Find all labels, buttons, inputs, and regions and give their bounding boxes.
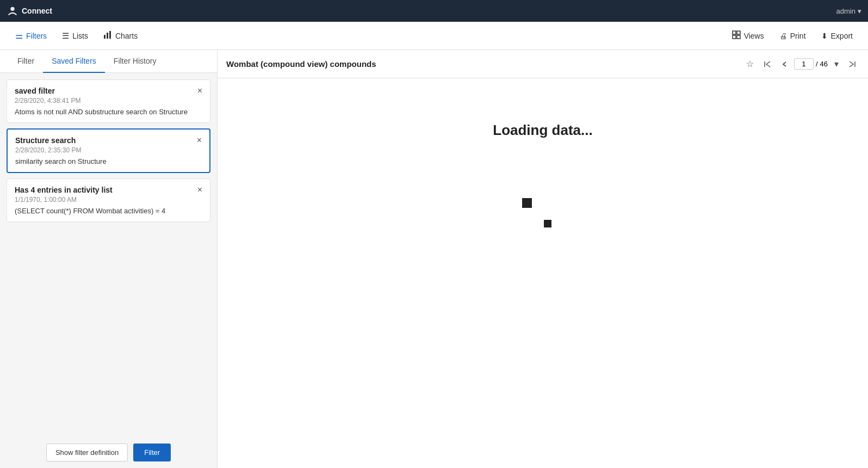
last-page-button[interactable] [845,58,859,70]
total-pages: 46 [820,60,828,68]
lists-icon: ☰ [62,31,69,41]
filter-card-2[interactable]: Structure search 2/28/2020, 2:35:30 PM s… [7,128,210,173]
filter-card-1-close[interactable]: × [195,85,204,96]
left-panel: Filter Saved Filters Filter History save… [0,50,218,468]
right-panel: Wombat (compound view) compounds ☆ / [218,50,868,468]
svg-rect-4 [733,31,736,34]
right-header-controls: ☆ / 46 ▾ [743,57,859,71]
print-button[interactable]: 🖨 Print [773,28,813,44]
show-filter-definition-button[interactable]: Show filter definition [46,444,128,461]
filter-card-1-date: 2/28/2020, 4:38:41 PM [15,97,202,104]
filter-card-3-close[interactable]: × [195,184,204,195]
loading-text: Loading data... [493,122,592,139]
views-icon [732,30,741,41]
filter-card-1[interactable]: saved filter 2/28/2020, 4:38:41 PM Atoms… [7,79,210,123]
tab-filter-history[interactable]: Filter History [105,50,165,73]
charts-button[interactable]: Charts [97,27,144,44]
right-header: Wombat (compound view) compounds ☆ / [218,50,868,78]
filter-cards-list: saved filter 2/28/2020, 4:38:41 PM Atoms… [0,73,217,437]
star-button[interactable]: ☆ [743,57,757,71]
first-page-button[interactable] [760,58,774,70]
views-label: Views [744,32,764,40]
user-menu[interactable]: admin ▾ [836,7,861,15]
loading-indicator-1 [522,198,532,208]
user-chevron-icon: ▾ [858,7,861,15]
filter-card-3-date: 1/1/1970, 1:00:00 AM [15,196,202,204]
username: admin [836,7,855,15]
print-icon: 🖨 [779,32,787,40]
filter-card-3-title: Has 4 entries in activity list [15,186,202,194]
filter-card-3-desc: (SELECT count(*) FROM Wombat activities)… [15,207,202,215]
svg-rect-2 [107,33,108,39]
svg-rect-7 [737,35,740,39]
page-separator: / [816,60,818,68]
main-toolbar: ⚌ Filters ☰ Lists Charts Views 🖨 Print ⬇… [0,22,868,50]
filter-actions: Show filter definition Filter [0,437,217,468]
print-label: Print [790,32,806,40]
topbar: Connect admin ▾ [0,0,868,22]
app-name: Connect [22,7,52,15]
charts-label: Charts [115,32,138,40]
views-button[interactable]: Views [726,27,771,44]
next-page-dropdown-button[interactable]: ▾ [831,57,842,71]
filters-button[interactable]: ⚌ Filters [9,27,53,44]
lists-button[interactable]: ☰ Lists [55,28,95,44]
export-icon: ⬇ [821,32,828,40]
svg-rect-5 [737,31,740,34]
filter-card-1-desc: Atoms is not null AND substructure searc… [15,108,202,116]
right-panel-title: Wombat (compound view) compounds [226,59,739,69]
prev-page-button[interactable] [778,59,791,70]
filter-card-3[interactable]: Has 4 entries in activity list 1/1/1970,… [7,178,210,222]
filter-button[interactable]: Filter [133,444,171,461]
charts-icon [103,30,112,41]
app-logo: Connect [7,5,52,17]
export-label: Export [831,32,853,40]
svg-rect-6 [733,35,736,39]
filters-icon: ⚌ [15,30,23,41]
pagination: / 46 [794,58,828,70]
right-content: Loading data... [218,78,868,468]
main-layout: Filter Saved Filters Filter History save… [0,50,868,468]
tab-saved-filters[interactable]: Saved Filters [43,50,105,73]
filter-card-2-date: 2/28/2020, 2:35:30 PM [15,146,202,154]
toolbar-right-group: Views 🖨 Print ⬇ Export [726,27,859,44]
filter-card-2-title: Structure search [15,136,202,145]
logo-icon [7,5,18,17]
filters-label: Filters [26,32,47,40]
filter-card-2-close[interactable]: × [195,135,204,146]
svg-point-0 [10,7,14,11]
svg-rect-3 [109,31,111,39]
filter-tabs: Filter Saved Filters Filter History [0,50,217,73]
svg-rect-1 [104,35,106,39]
export-button[interactable]: ⬇ Export [815,28,859,44]
page-input[interactable] [794,58,814,70]
filter-card-2-desc: similarity search on Structure [15,157,202,165]
tab-filter[interactable]: Filter [9,50,43,73]
lists-label: Lists [72,32,88,40]
loading-indicator-2 [544,220,551,227]
filter-card-1-title: saved filter [15,87,202,95]
